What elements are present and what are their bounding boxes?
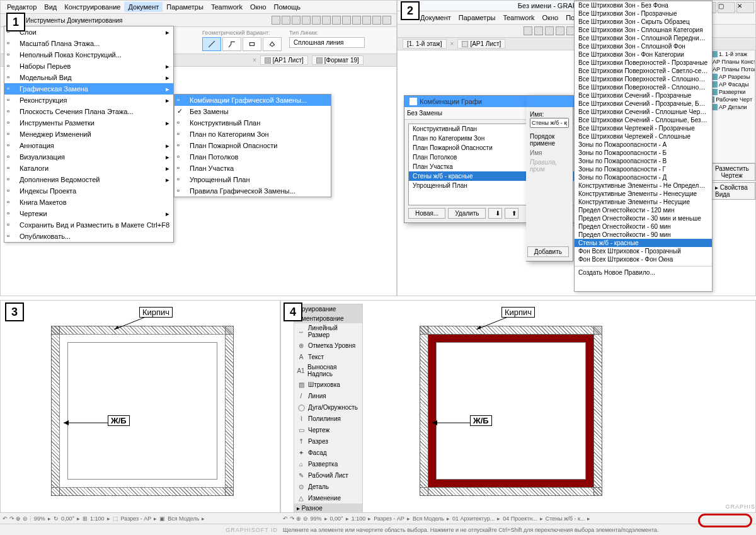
rule-item[interactable]: Фон Всех Штриховок - Прозрачный xyxy=(575,247,712,255)
rule-item[interactable]: Все Штриховки Зон - Фон Категории xyxy=(575,50,712,59)
rule-item[interactable]: Все Штриховки Зон - Сплошной Фон xyxy=(575,42,712,50)
section-value-4[interactable]: Разрез - АР xyxy=(374,515,404,522)
geo-btn-rot[interactable] xyxy=(263,37,282,51)
tool--[interactable]: ⌇Полилиния xyxy=(294,413,362,424)
ribbon-icon[interactable] xyxy=(302,16,311,25)
tool--[interactable]: ✎Рабочий Лист xyxy=(294,469,362,481)
docmenu--[interactable]: ▫Наборы Перьев▸ xyxy=(4,60,173,72)
scale-value[interactable]: 1:100 xyxy=(90,515,105,522)
section-value[interactable]: Разрез - АР xyxy=(121,515,152,522)
docmenu--[interactable]: ▫Масштаб Плана Этажа... xyxy=(4,38,173,49)
export-button[interactable]: ⬆ xyxy=(505,208,518,219)
docmenu--[interactable]: ▫Опубликовать... xyxy=(4,231,173,242)
tab-floor1[interactable]: [1. 1-й этаж] xyxy=(403,39,447,49)
ribbon-icon[interactable] xyxy=(342,16,351,25)
project-value[interactable]: 04 Проектн... xyxy=(503,515,537,522)
docmenu--[interactable]: ▫Книга Макетов xyxy=(4,197,173,208)
override-value[interactable]: Стены ж/б - к... xyxy=(546,515,585,522)
ribbon-icon[interactable] xyxy=(282,16,290,25)
ribbon-icon[interactable] xyxy=(362,16,371,25)
rule-item[interactable]: Все Штриховки Поверхностей - Сплошной Пе… xyxy=(575,75,712,83)
zoom-value[interactable]: 99% xyxy=(34,515,45,522)
tool--[interactable]: ⊕Отметка Уровня xyxy=(294,340,362,351)
nav-item[interactable]: АР Фасады xyxy=(709,81,755,88)
rule-item[interactable]: Зоны по Пожароопасности - Б xyxy=(575,149,712,157)
docmenu--[interactable]: ▫Менеджер Изменений xyxy=(4,129,173,140)
rule-item[interactable]: Все Штриховки Сечений - Сплошные, Без Ра… xyxy=(575,116,712,124)
maximize-button[interactable]: ▢ xyxy=(718,2,735,13)
menu-document[interactable]: Документ xyxy=(124,2,163,12)
geo-btn-line[interactable] xyxy=(202,37,221,51)
docmenu--[interactable]: ▫Аннотация▸ xyxy=(4,140,173,151)
tool--[interactable]: △Изменение xyxy=(294,492,362,503)
graphic-override-submenu[interactable]: ▫Комбинации Графической Замены...✓Без За… xyxy=(174,94,331,197)
menu-options-2[interactable]: Параметры xyxy=(455,13,500,23)
tool--[interactable]: /Линия xyxy=(294,390,362,401)
tool--[interactable]: ✦Фасад xyxy=(294,447,362,458)
submenu--[interactable]: ▫Конструктивный План xyxy=(175,117,331,129)
tab-ap1[interactable]: [АР1 Лист] xyxy=(260,55,308,65)
docmenu--[interactable]: ▫Инструменты Разметки▸ xyxy=(4,117,173,129)
rule-item[interactable]: Предел Огнестойкости - 90 мин xyxy=(575,231,712,239)
ribbon-icon[interactable] xyxy=(292,16,301,25)
rule-item[interactable]: Зоны по Пожароопасности - Д xyxy=(575,173,712,181)
submenu--[interactable]: ▫Упрощенный План xyxy=(175,174,331,185)
rule-item[interactable]: Все Штриховки Поверхностей - Светло-серы… xyxy=(575,67,712,75)
add-button[interactable]: Добавить xyxy=(527,246,569,257)
nav-item[interactable]: 1. 1-й этаж xyxy=(709,50,755,58)
menu-help[interactable]: Помощь xyxy=(270,2,305,12)
tool--[interactable]: ⤒Разрез xyxy=(294,435,362,447)
name-input[interactable] xyxy=(530,118,569,128)
rule-item[interactable]: Зоны по Пожароопасности - В xyxy=(575,157,712,165)
ribbon-icon-2[interactable] xyxy=(556,26,564,35)
model-value-4[interactable]: Вся Модель xyxy=(413,515,444,522)
ribbon-icon-2[interactable] xyxy=(545,26,554,35)
menu-window[interactable]: Окно xyxy=(246,2,270,12)
submenu--[interactable]: ✓Без Замены xyxy=(175,106,331,117)
rule-item[interactable]: Предел Огнестойкости - 30 мин и меньше xyxy=(575,214,712,222)
rule-item[interactable]: Все Штриховки Поверхностей - Сплошной Фо… xyxy=(575,83,712,91)
geo-btn-poly[interactable] xyxy=(222,37,241,51)
docmenu--[interactable]: ▫Графическая Замена▸ xyxy=(4,83,173,95)
tool--[interactable]: ↔Линейный Размер xyxy=(294,323,362,340)
ribbon-icon[interactable] xyxy=(312,16,321,25)
menu-view[interactable]: Вид xyxy=(40,2,60,12)
docmenu--[interactable]: ▫Чертежи▸ xyxy=(4,208,173,219)
submenu--[interactable]: ▫План Потолков xyxy=(175,151,331,163)
tool--[interactable]: ⌂Развертка xyxy=(294,458,362,469)
scale-value-4[interactable]: 1:100 xyxy=(352,515,366,522)
submenu--[interactable]: ▫План по Категориям Зон xyxy=(175,129,331,140)
docmenu--[interactable]: ▫Слои▸ xyxy=(4,26,173,38)
ribbon-icon[interactable] xyxy=(322,16,331,25)
ribbon-icon[interactable] xyxy=(352,16,361,25)
geo-btn-rect[interactable] xyxy=(243,37,261,51)
rule-item[interactable]: Предел Огнестойкости - 60 мин xyxy=(575,222,712,231)
tool--[interactable]: ◯Дуга/Окружность xyxy=(294,401,362,413)
zoom-value-4[interactable]: 99% xyxy=(311,515,322,522)
tool--[interactable]: A1Выносная Надпись xyxy=(294,362,362,379)
submenu--[interactable]: ▫Комбинации Графической Замены... xyxy=(175,95,331,106)
line-type-select[interactable]: Сплошная линия xyxy=(289,37,365,48)
nav-item[interactable]: Развертки xyxy=(709,88,755,96)
delete-button[interactable]: Удалить xyxy=(448,208,486,219)
rule-item[interactable]: Все Штриховки Зон - Сплошная Категория xyxy=(575,26,712,34)
ribbon-icon-2[interactable] xyxy=(524,26,532,35)
docmenu--[interactable]: ▫Реконструкция▸ xyxy=(4,95,173,106)
menu-editor[interactable]: Редактор xyxy=(3,2,40,12)
docmenu--[interactable]: ▫Модельный Вид▸ xyxy=(4,72,173,83)
rotation-value-4[interactable]: 0,00° xyxy=(330,515,343,522)
docmenu--[interactable]: ▫Неполный Показ Конструкций... xyxy=(4,49,173,60)
rule-item[interactable]: Конструктивные Элементы - Несущие xyxy=(575,198,712,206)
ribbon-icon[interactable] xyxy=(332,16,341,25)
docmenu--[interactable]: ▫Индексы Проекта xyxy=(4,185,173,197)
model-value[interactable]: Вся Модель xyxy=(168,515,199,522)
menu-options[interactable]: Параметры xyxy=(163,2,207,12)
nav-item[interactable]: АР Разрезы xyxy=(709,73,755,81)
rule-item[interactable]: Конструктивные Элементы - Не Определены xyxy=(575,181,712,190)
rule-item[interactable]: Все Штриховки Зон - Прозрачные xyxy=(575,9,712,18)
rule-item[interactable]: Все Штриховки Чертежей - Прозрачные xyxy=(575,124,712,132)
rule-item[interactable]: Все Штриховки Сечений - Сплошные Черные xyxy=(575,108,712,116)
rotation-value[interactable]: 0,00° xyxy=(61,515,74,522)
rule-item[interactable]: Все Штриховки Зон - Сплошной Передний Пл… xyxy=(575,34,712,42)
tool-header[interactable]: ▸ ментирование xyxy=(294,314,362,323)
